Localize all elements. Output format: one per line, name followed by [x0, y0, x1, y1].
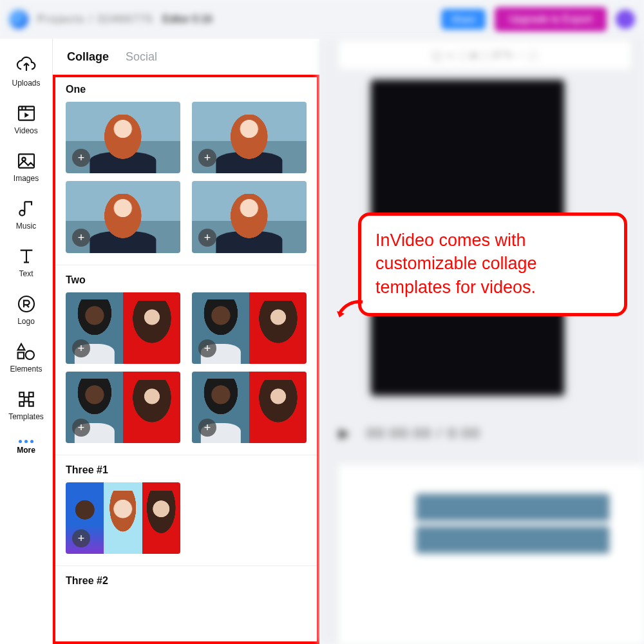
- collage-group-three-2: Three #2: [55, 565, 317, 605]
- group-title: Three #2: [66, 575, 307, 587]
- collage-template-thumb[interactable]: +: [192, 102, 307, 173]
- music-icon: [16, 198, 37, 219]
- arrow-icon: [336, 297, 364, 326]
- plus-icon: +: [72, 339, 90, 357]
- group-title: Three #1: [66, 464, 307, 476]
- sidebar-item-label: Templates: [8, 412, 44, 421]
- canvas-area: ▢ ＋ ⬚ ● ⬚ ↺ ✎ ⋯ ⬚ ▶ 00:00:00 / 0:00: [319, 39, 644, 644]
- collage-template-thumb[interactable]: +: [192, 292, 307, 364]
- topbar: Projects / 32466775 Editor 0:16 Share Up…: [0, 0, 644, 39]
- annotation-text: InVideo comes with customizable collage …: [375, 229, 610, 299]
- svg-rect-8: [29, 392, 33, 397]
- collage-panel: Collage Social One + + + + Two: [53, 39, 319, 644]
- sidebar-item-more[interactable]: More: [0, 430, 52, 464]
- plus-icon: +: [198, 149, 216, 167]
- project-breadcrumb[interactable]: Projects / 32466775: [37, 14, 153, 25]
- avatar[interactable]: [616, 10, 635, 29]
- cloud-upload-icon: [16, 55, 37, 76]
- timeline[interactable]: [339, 464, 644, 644]
- collage-template-thumb[interactable]: +: [66, 372, 180, 443]
- registered-icon: [16, 294, 37, 314]
- sidebar-item-templates[interactable]: Templates: [0, 383, 52, 430]
- editor-meta: Editor 0:16: [162, 14, 431, 25]
- shapes-icon: [16, 341, 37, 362]
- svg-rect-9: [19, 402, 24, 406]
- collage-template-thumb[interactable]: +: [192, 181, 307, 252]
- plus-icon: +: [198, 419, 216, 437]
- share-button[interactable]: Share: [441, 9, 486, 30]
- svg-rect-10: [29, 402, 33, 406]
- sidebar-item-videos[interactable]: Videos: [0, 97, 52, 144]
- collage-scroll[interactable]: One + + + + Two + + + +: [53, 75, 319, 644]
- grid-icon: [16, 389, 37, 410]
- sidebar-item-label: Elements: [10, 365, 42, 374]
- sidebar-item-label: More: [17, 446, 35, 455]
- svg-point-3: [19, 211, 24, 216]
- collage-group-three-1: Three #1 +: [55, 455, 317, 565]
- svg-rect-0: [19, 106, 34, 120]
- panel-tabs: Collage Social: [53, 39, 319, 73]
- sidebar-item-label: Music: [16, 222, 36, 231]
- collage-template-thumb[interactable]: +: [66, 292, 180, 364]
- image-icon: [16, 151, 37, 171]
- group-title: Two: [66, 274, 307, 286]
- annotation-callout: InVideo comes with customizable collage …: [358, 213, 627, 316]
- canvas-toolbar[interactable]: ▢ ＋ ⬚ ● ⬚ ↺ ✎ ⋯ ⬚: [339, 41, 631, 70]
- tab-collage[interactable]: Collage: [67, 50, 109, 64]
- sidebar-item-label: Videos: [14, 126, 37, 135]
- sidebar-item-uploads[interactable]: Uploads: [0, 49, 52, 97]
- collage-template-thumb[interactable]: +: [192, 372, 307, 443]
- tab-social[interactable]: Social: [126, 50, 157, 64]
- collage-template-thumb[interactable]: +: [66, 482, 180, 554]
- timeline-track[interactable]: [416, 526, 609, 553]
- svg-point-5: [25, 351, 33, 359]
- timeline-track[interactable]: [416, 494, 609, 521]
- svg-rect-7: [19, 392, 24, 397]
- upgrade-button[interactable]: Upgrade to Export: [495, 7, 607, 32]
- plus-icon: +: [198, 229, 216, 247]
- group-title: One: [66, 84, 307, 95]
- sidebar: Uploads Videos Images Music Text Logo: [0, 39, 53, 644]
- sidebar-item-logo[interactable]: Logo: [0, 287, 52, 335]
- sidebar-item-label: Text: [19, 269, 33, 278]
- video-icon: [16, 103, 37, 124]
- collage-template-thumb[interactable]: +: [66, 102, 180, 173]
- brand-logo: [9, 10, 28, 29]
- sidebar-item-label: Uploads: [12, 79, 40, 88]
- sidebar-item-music[interactable]: Music: [0, 192, 52, 240]
- collage-group-two: Two + + + +: [55, 265, 317, 455]
- sidebar-item-text[interactable]: Text: [0, 240, 52, 287]
- more-icon: [17, 437, 35, 443]
- text-icon: [16, 246, 37, 267]
- svg-rect-1: [19, 154, 34, 167]
- plus-icon: +: [72, 149, 90, 167]
- sidebar-item-label: Images: [14, 174, 39, 183]
- sidebar-item-label: Logo: [17, 317, 35, 326]
- plus-icon: +: [72, 229, 90, 247]
- collage-group-one: One + + + +: [55, 77, 317, 265]
- sidebar-item-elements[interactable]: Elements: [0, 335, 52, 383]
- plus-icon: +: [72, 419, 90, 437]
- plus-icon: +: [198, 339, 216, 357]
- svg-rect-6: [17, 352, 23, 358]
- collage-template-thumb[interactable]: +: [66, 181, 180, 252]
- sidebar-item-images[interactable]: Images: [0, 144, 52, 192]
- playback-time: ▶ 00:00:00 / 0:00: [339, 425, 625, 444]
- svg-rect-11: [24, 397, 28, 402]
- svg-point-4: [19, 296, 34, 312]
